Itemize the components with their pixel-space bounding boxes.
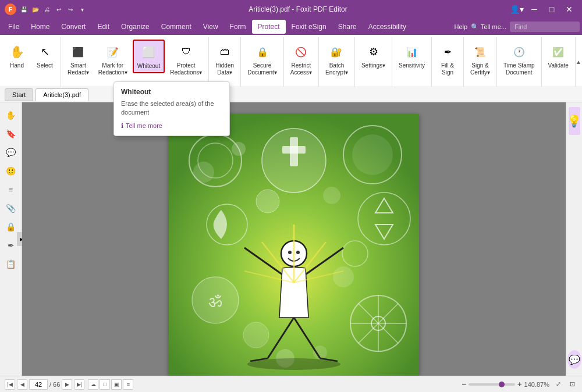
ribbon-collapse-btn[interactable]: ▲ [576,37,581,87]
tooltip-description: Erase the selected area(s) of the docume… [121,99,222,117]
sensitivity-label: Sensitivity [399,62,425,69]
open-icon[interactable]: 📂 [30,4,41,15]
mark-redaction-label: Mark forRedaction▾ [98,62,127,76]
title-bar: F 💾 📂 🖨 ↩ ↪ ▾ Ariticle(3).pdf - Foxit PD… [0,0,582,19]
fit-page-btn[interactable]: ⊡ [567,379,577,390]
timestamp-label: Time StampDocument [503,62,535,76]
hidden-data-button[interactable]: 🗃 HiddenData▾ [211,40,238,79]
search-input[interactable] [510,22,580,32]
whiteout-button[interactable]: ⬜ Whiteout [133,40,165,73]
pdf-page: ॐ [169,114,419,376]
timestamp-button[interactable]: 🕐 Time StampDocument [499,40,539,79]
restrict-access-button[interactable]: 🚫 RestrictAccess▾ [286,40,316,79]
main-layout: ✋ 🔖 💬 🙂 ≡ 📎 🔒 ✒ 📋 ▶ [0,102,582,376]
validate-button[interactable]: ✅ Validate [544,40,573,72]
menu-form[interactable]: Form [224,20,252,34]
tooltip-title: Whiteout [121,88,222,96]
zoom-thumb[interactable] [499,382,505,387]
page-number-input[interactable] [29,379,48,390]
menu-file[interactable]: File [2,20,25,34]
menu-view[interactable]: View [197,20,224,34]
batch-encrypt-button[interactable]: 🔐 BatchEncrypt▾ [321,40,352,79]
secure-document-label: SecureDocument▾ [247,62,277,76]
restrict-access-icon: 🚫 [292,42,310,61]
sidebar-tool-emoji[interactable]: 🙂 [3,163,19,179]
zoom-slider[interactable] [469,383,515,386]
menu-edit[interactable]: Edit [91,20,115,34]
menu-organize[interactable]: Organize [115,20,155,34]
svg-point-31 [296,251,300,254]
menu-home[interactable]: Home [25,20,55,34]
close-btn[interactable]: ✕ [561,1,577,17]
minimize-btn[interactable]: ─ [526,1,542,17]
sidebar-tool-bookmark[interactable]: 🔖 [3,126,19,142]
hand-button[interactable]: ✋ Hand [3,40,30,72]
menu-comment[interactable]: Comment [155,20,197,34]
page-navigation: |◀ ◀ / 66 ▶ ▶| [5,379,84,390]
assistant-btn[interactable]: 💡 [569,107,580,135]
sidebar-tool-comment[interactable]: 💬 [3,144,19,161]
right-panel: 💡 💬 [566,102,582,376]
select-label: Select [37,62,53,69]
tab-bar: Start Ariticle(3).pdf [0,87,582,102]
svg-point-25 [243,322,269,348]
hidden-data-icon: 🗃 [215,42,234,61]
ribbon-group-timestamp: 🕐 Time StampDocument [497,37,542,87]
customize-icon[interactable]: ▾ [77,4,87,15]
fill-sign-button[interactable]: ✒ Fill &Sign [434,40,461,79]
ribbon-timestamp-content: 🕐 Time StampDocument [499,37,539,87]
settings-button[interactable]: ⚙ Settings▾ [357,40,389,72]
sign-certify-button[interactable]: 📜 Sign &Certify▾ [466,40,494,79]
status-bar: |◀ ◀ / 66 ▶ ▶| ☁ □ ▣ ≡ − + 140.87% ⤢ ⊡ [0,376,582,392]
fullscreen-btn[interactable]: ⤢ [553,379,563,390]
save-to-cloud-icon[interactable]: ☁ [88,379,98,390]
smart-redact-button[interactable]: ⬛ SmartRedact▾ [63,40,93,79]
menu-accessibility[interactable]: Accessibility [363,20,412,34]
print-icon[interactable]: 🖨 [42,4,52,15]
maximize-btn[interactable]: □ [544,1,560,17]
zoom-out-btn[interactable]: − [462,380,466,389]
svg-point-6 [352,134,393,175]
redo-icon[interactable]: ↪ [65,4,76,15]
hand-label: Hand [10,62,24,69]
ribbon-validate-content: ✅ Validate [544,37,573,87]
chat-btn[interactable]: 💬 [567,350,581,369]
sensitivity-button[interactable]: 📊 Sensitivity [395,40,429,72]
select-button[interactable]: ↖ Select [31,40,58,72]
page-total: 66 [53,381,60,388]
menu-protect[interactable]: Protect [252,20,286,34]
validate-label: Validate [548,62,569,69]
ribbon-group-redaction: ⬛ SmartRedact▾ 📝 Mark forRedaction▾ ⬜ Wh… [61,37,209,87]
tell-me-label: 🔍 Tell me... [471,23,506,31]
menu-share[interactable]: Share [332,20,363,34]
sidebar-tool-hand[interactable]: ✋ [3,107,19,123]
double-page-icon[interactable]: ▣ [111,379,122,390]
last-page-btn[interactable]: ▶| [74,379,84,390]
zoom-in-btn[interactable]: + [517,380,522,389]
first-page-btn[interactable]: |◀ [5,379,15,390]
ribbon-group-settings: ⚙ Settings▾ [355,37,392,87]
svg-point-22 [256,190,279,213]
sidebar-tool-stamp[interactable]: 📋 [3,256,19,272]
save-icon[interactable]: 💾 [19,4,29,15]
settings-label: Settings▾ [361,62,385,69]
next-page-btn[interactable]: ▶ [62,379,72,390]
prev-page-btn[interactable]: ◀ [17,379,27,390]
single-page-icon[interactable]: □ [100,379,110,390]
sidebar-tool-attach[interactable]: 📎 [3,200,19,216]
menu-foxitsign[interactable]: Foxit eSign [286,20,332,34]
protect-redactions-label: ProtectRedactions▾ [170,62,202,76]
protect-redactions-button[interactable]: 🛡 ProtectRedactions▾ [166,40,206,79]
profile-btn[interactable]: 👤▾ [509,1,525,17]
help-label[interactable]: Help [455,23,468,30]
secure-document-button[interactable]: 🔒 SecureDocument▾ [243,40,281,79]
mark-redaction-button[interactable]: 📝 Mark forRedaction▾ [94,40,132,79]
mark-redaction-icon: 📝 [104,42,122,61]
menu-convert[interactable]: Convert [55,20,91,34]
scroll-icon[interactable]: ≡ [123,379,133,390]
tooltip-link[interactable]: ℹ Tell me more [121,122,222,130]
tab-start[interactable]: Start [5,88,33,101]
tab-document[interactable]: Ariticle(3).pdf [36,88,88,101]
undo-icon[interactable]: ↩ [54,4,64,15]
sidebar-tool-layers[interactable]: ≡ [3,181,19,198]
